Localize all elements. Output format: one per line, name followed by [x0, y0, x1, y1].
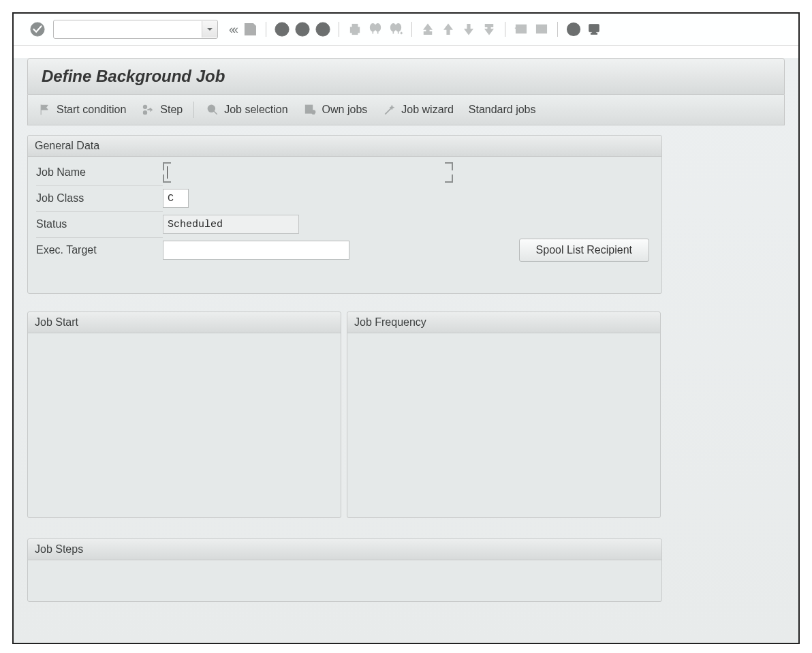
job-selection-label: Job selection — [224, 104, 287, 116]
step-label: Step — [160, 104, 183, 116]
svg-point-23 — [144, 105, 147, 108]
group-job-frequency-body — [347, 333, 660, 517]
group-job-steps-body — [28, 560, 661, 601]
back-icon[interactable] — [273, 20, 291, 38]
group-general-data-body: Job Name Job Class Status Scheduled — [28, 157, 661, 293]
collapse-chevrons-icon[interactable]: «« — [229, 22, 234, 37]
group-job-start-body — [28, 333, 341, 517]
status-label: Status — [36, 211, 163, 238]
svg-point-12 — [396, 24, 401, 31]
svg-rect-2 — [247, 29, 253, 33]
svg-point-24 — [144, 111, 147, 115]
svg-point-26 — [210, 106, 213, 108]
exit-icon[interactable] — [294, 20, 311, 38]
next-page-icon[interactable] — [460, 20, 478, 38]
first-page-icon[interactable] — [419, 20, 437, 38]
toolbar-separator — [557, 22, 558, 37]
application-toolbar: Start condition Step Job selection O — [27, 95, 785, 125]
app-toolbar-separator — [193, 102, 194, 118]
group-job-start-title: Job Start — [28, 312, 341, 333]
system-toolbar: «« — [14, 14, 798, 46]
row-exec-target: Exec. Target Spool List Recipient — [28, 237, 661, 263]
group-general-data: General Data Job Name Job Class — [27, 135, 662, 294]
app-frame: «« — [12, 12, 800, 644]
toolbar-separator — [339, 22, 339, 37]
find-icon[interactable] — [366, 20, 384, 38]
status-field: Scheduled — [163, 215, 299, 234]
standard-jobs-label: Standard jobs — [469, 104, 536, 116]
svg-rect-22 — [591, 33, 597, 35]
group-general-data-title: General Data — [28, 136, 661, 157]
row-job-name: Job Name — [28, 160, 661, 185]
group-job-start: Job Start — [27, 312, 341, 518]
own-jobs-icon — [303, 102, 318, 117]
svg-rect-8 — [352, 31, 357, 35]
find-next-icon[interactable] — [387, 20, 405, 38]
svg-rect-20 — [591, 26, 598, 31]
page-body: Define Background Job Start condition St… — [14, 58, 798, 643]
help-icon[interactable] — [565, 20, 582, 38]
toolbar-separator — [411, 22, 412, 37]
wizard-wand-icon — [382, 102, 397, 117]
group-job-steps-title: Job Steps — [28, 539, 661, 560]
svg-rect-7 — [352, 25, 357, 28]
start-condition-button[interactable]: Start condition — [37, 102, 126, 117]
own-jobs-button[interactable]: Own jobs — [303, 102, 368, 117]
job-class-input[interactable] — [163, 189, 189, 208]
svg-point-9 — [371, 24, 375, 31]
print-icon[interactable] — [346, 20, 364, 38]
row-start-frequency: Job Start Job Frequency — [27, 312, 661, 518]
content-area: General Data Job Name Job Class — [27, 135, 785, 602]
toolbar-separator — [266, 22, 266, 37]
command-dropdown-button[interactable] — [202, 21, 217, 37]
prev-page-icon[interactable] — [439, 20, 457, 38]
svg-rect-16 — [537, 25, 547, 28]
enter-icon[interactable] — [29, 20, 46, 38]
layout-icon[interactable] — [585, 20, 603, 38]
group-job-frequency-title: Job Frequency — [347, 312, 660, 333]
group-job-steps: Job Steps — [27, 538, 662, 602]
svg-point-18 — [573, 32, 574, 33]
svg-point-28 — [311, 110, 315, 114]
spool-list-recipient-button[interactable]: Spool List Recipient — [519, 239, 649, 262]
job-class-label: Job Class — [36, 185, 163, 212]
exec-target-input[interactable] — [163, 241, 349, 260]
svg-point-10 — [375, 24, 380, 31]
command-field[interactable] — [53, 20, 218, 39]
svg-rect-14 — [516, 25, 527, 28]
toolbar-separator — [505, 22, 505, 37]
shortcut-icon[interactable] — [533, 20, 550, 38]
svg-rect-1 — [247, 24, 252, 28]
step-arrow-icon — [141, 102, 156, 117]
step-button[interactable]: Step — [141, 102, 183, 117]
save-icon[interactable] — [241, 20, 259, 38]
last-page-icon[interactable] — [480, 20, 498, 38]
exec-target-label: Exec. Target — [36, 237, 163, 263]
job-name-label: Job Name — [36, 160, 163, 186]
job-selection-button[interactable]: Job selection — [205, 102, 287, 117]
own-jobs-label: Own jobs — [322, 104, 368, 116]
flag-icon — [37, 102, 52, 117]
group-job-frequency: Job Frequency — [347, 312, 661, 518]
job-wizard-label: Job wizard — [401, 104, 453, 116]
search-person-icon — [205, 102, 220, 117]
cancel-icon[interactable] — [314, 20, 332, 38]
page-title: Define Background Job — [27, 58, 785, 95]
job-wizard-button[interactable]: Job wizard — [382, 102, 453, 117]
new-session-icon[interactable] — [512, 20, 530, 38]
standard-jobs-button[interactable]: Standard jobs — [469, 104, 536, 116]
svg-point-11 — [391, 24, 396, 31]
job-name-input[interactable] — [163, 162, 453, 183]
row-job-class: Job Class — [28, 185, 661, 211]
start-condition-label: Start condition — [57, 104, 126, 116]
row-status: Status Scheduled — [28, 211, 661, 237]
